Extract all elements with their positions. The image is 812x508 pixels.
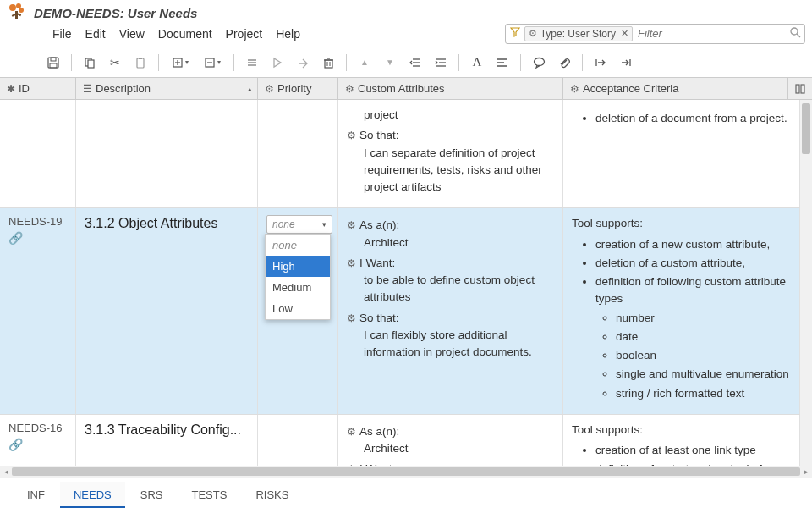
svg-point-6: [791, 28, 798, 35]
gear-icon: ⚙: [347, 311, 356, 326]
expand-icon[interactable]: [590, 52, 612, 73]
cell-priority: [258, 100, 338, 207]
delete-icon[interactable]: [317, 52, 339, 73]
svg-rect-14: [139, 58, 142, 59]
tab-tests[interactable]: TESTS: [178, 482, 240, 508]
accept-bullet: deletion of a document from a project.: [595, 110, 791, 127]
svg-rect-21: [248, 62, 256, 64]
vertical-scrollbar[interactable]: [800, 100, 812, 466]
custom-asa-val: Architect: [347, 235, 554, 251]
menu-edit[interactable]: Edit: [85, 27, 106, 41]
col-header-custom[interactable]: ⚙Custom Attributes: [338, 78, 563, 99]
tool-icon-3[interactable]: [292, 52, 314, 73]
custom-text: project: [347, 107, 554, 124]
menu-project[interactable]: Project: [226, 27, 263, 41]
attachment-icon[interactable]: [553, 52, 575, 73]
filter-box: ⚙ Type: User Story ✕: [505, 24, 805, 44]
link-icon[interactable]: 🔗: [8, 231, 67, 245]
indent-icon[interactable]: [430, 52, 452, 73]
scrollbar-thumb[interactable]: [802, 103, 810, 154]
funnel-icon[interactable]: [506, 27, 524, 40]
cell-id: [0, 100, 76, 207]
tab-needs[interactable]: NEEDS: [60, 482, 125, 508]
menu-file[interactable]: File: [52, 27, 72, 41]
cell-priority: none none High Medium Low: [258, 208, 338, 414]
filter-chip-type[interactable]: ⚙ Type: User Story ✕: [524, 26, 633, 41]
menu-view[interactable]: View: [119, 27, 145, 41]
accept-sub: date: [616, 329, 791, 345]
svg-rect-13: [137, 58, 144, 68]
gear-icon: ⚙: [347, 128, 356, 143]
horizontal-scrollbar[interactable]: ◂ ▸: [0, 466, 812, 478]
add-icon[interactable]: [166, 52, 195, 73]
table-row[interactable]: project ⚙So that: I can separate definit…: [0, 100, 800, 208]
copy-icon[interactable]: [79, 52, 101, 73]
scroll-left-icon[interactable]: ◂: [0, 467, 12, 476]
text-style-icon[interactable]: A: [466, 52, 488, 73]
tab-risks[interactable]: RISKS: [242, 482, 302, 508]
accept-sub: number: [616, 310, 791, 327]
table-row-selected[interactable]: NEEDS-19 🔗 3.1.2 Object Attributes none …: [0, 208, 800, 415]
custom-iwant-label: I Want:: [359, 255, 395, 272]
tab-inf[interactable]: INF: [14, 482, 58, 508]
custom-asa-label: As a(n):: [359, 217, 399, 234]
col-header-id[interactable]: ✱ID: [0, 78, 76, 99]
custom-sothat-label: So that:: [359, 310, 399, 327]
move-down-icon[interactable]: ▼: [379, 52, 401, 73]
title-bar: DEMO-NEEDS: User Needs: [0, 0, 812, 22]
tool-icon-1[interactable]: [241, 52, 263, 73]
priority-option-none[interactable]: none: [266, 235, 330, 256]
col-header-acceptance[interactable]: ⚙Acceptance Criteria: [563, 78, 788, 99]
svg-rect-23: [325, 60, 332, 68]
cell-custom: project ⚙So that: I can separate definit…: [338, 100, 563, 207]
asterisk-icon: ✱: [7, 83, 15, 95]
collapse-icon[interactable]: [615, 52, 637, 73]
tab-srs[interactable]: SRS: [127, 482, 177, 508]
accept-intro: Tool supports:: [572, 422, 791, 439]
table-header: ✱ID ☰Description▴ ⚙Priority ⚙Custom Attr…: [0, 78, 812, 100]
table-row[interactable]: NEEDS-16 🔗 3.1.3 Traceability Config... …: [0, 415, 800, 466]
svg-point-37: [534, 58, 544, 65]
priority-option-low[interactable]: Low: [266, 298, 330, 319]
accept-bullet: creation of at least one link type: [595, 442, 791, 459]
col-header-description[interactable]: ☰Description▴: [76, 78, 258, 99]
outdent-icon[interactable]: [404, 52, 426, 73]
custom-sothat-val: I can separate definition of project req…: [347, 145, 554, 196]
toolbar: ✂ ▲ ▼ A: [0, 47, 812, 78]
menu-document[interactable]: Document: [158, 27, 212, 41]
svg-rect-12: [88, 60, 94, 68]
cell-id: NEEDS-19 🔗: [0, 208, 76, 414]
custom-sothat-label: So that:: [359, 127, 399, 144]
comment-icon[interactable]: [528, 52, 550, 73]
close-icon[interactable]: ✕: [621, 28, 628, 39]
search-icon[interactable]: [786, 27, 804, 41]
priority-value: none: [272, 218, 295, 230]
remove-icon[interactable]: [198, 52, 227, 73]
cell-description: 3.1.2 Object Attributes: [76, 208, 258, 414]
move-up-icon[interactable]: ▲: [354, 52, 376, 73]
gear-icon: ⚙: [529, 28, 537, 39]
paste-icon[interactable]: [129, 52, 151, 73]
accept-sub: single and multivalue enumeration: [616, 366, 791, 383]
svg-line-7: [797, 34, 800, 37]
col-header-priority[interactable]: ⚙Priority: [258, 78, 338, 99]
priority-option-high[interactable]: High: [266, 256, 330, 277]
menu-help[interactable]: Help: [276, 27, 300, 41]
priority-select[interactable]: none: [266, 215, 332, 234]
row-id: NEEDS-16: [8, 422, 63, 434]
filter-input[interactable]: [633, 27, 786, 40]
col-config-button[interactable]: [788, 78, 812, 99]
cut-icon[interactable]: ✂: [104, 52, 126, 73]
link-icon[interactable]: 🔗: [8, 438, 67, 451]
priority-option-medium[interactable]: Medium: [266, 277, 330, 298]
gear-icon: ⚙: [347, 218, 356, 233]
cell-acceptance: deletion of a document from a project.: [563, 100, 800, 207]
svg-rect-40: [796, 85, 799, 93]
tool-icon-2[interactable]: [266, 52, 288, 73]
scrollbar-thumb[interactable]: [12, 467, 800, 476]
align-icon[interactable]: [491, 52, 513, 73]
save-icon[interactable]: [42, 52, 64, 73]
svg-point-2: [19, 8, 24, 13]
gear-icon: ⚙: [347, 256, 356, 271]
scroll-right-icon[interactable]: ▸: [800, 467, 812, 476]
